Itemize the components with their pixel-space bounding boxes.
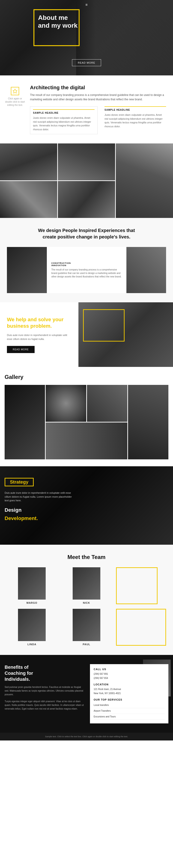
team-photo-nick: [73, 567, 100, 599]
call-us-1: (294) 567 891: [94, 672, 165, 676]
business-right: [79, 302, 173, 367]
design-label: Design: [5, 507, 74, 513]
location-title: LOCATION: [94, 683, 165, 686]
gallery-cell-4: [128, 385, 168, 459]
call-us-2: (294) 567 654: [94, 676, 165, 680]
footer-text: Sample text. Click to select the text bo…: [5, 735, 168, 738]
hero-btn-area: READ MORE: [72, 59, 101, 66]
photo-cell-2: [58, 144, 115, 180]
gallery-cell-5: [46, 423, 127, 459]
svg-marker-0: [13, 89, 17, 93]
strategy-label: Strategy: [10, 479, 28, 485]
team-name-margo: MARGO: [27, 601, 37, 604]
footer: Sample text. Click to select the text bo…: [0, 733, 173, 741]
arch-samples: SAMPLE HEADLINE Justo donec enim diam vu…: [30, 106, 166, 134]
team-name-nick: NICK: [83, 601, 90, 604]
inspired-grid: CONSTRUCTION INNOVATION The result of ou…: [7, 247, 166, 293]
team-yellow-box-2: [116, 609, 166, 646]
benefits-right: CALL US (294) 567 891 (294) 567 654 LOCA…: [90, 664, 168, 723]
business-title: We help and solve your business problem.: [7, 316, 71, 330]
business-left: We help and solve your business problem.…: [0, 302, 79, 367]
arch-sample-1-text: Justo donec enim diam vulputate ut phare…: [33, 116, 94, 131]
arch-icon: [11, 87, 19, 95]
location-info: 121 Rock town, 21 Avenue New York, NY 10…: [94, 687, 165, 695]
team-yellow-box-1: [116, 567, 157, 604]
benefits-desc-2: Turpis egestas integer eger aliquot nibh…: [5, 700, 85, 711]
gallery-grid: [5, 385, 168, 459]
team-grid-row2: LINDA PAUL: [7, 609, 166, 646]
gallery-cell-1: [5, 385, 45, 459]
arch-title: Architecting the digital: [30, 85, 166, 91]
arch-desc: The result of our company branding proce…: [30, 93, 166, 102]
service-2: Airport Transfers: [94, 708, 165, 714]
arch-sample-2: SAMPLE HEADLINE Justo donec enim diam vu…: [105, 106, 166, 134]
business-desc: Duis aute irure dolor in reprehenderit i…: [7, 333, 71, 341]
team-section: Meet the Team MARGO NICK LINDA PAUL: [0, 545, 173, 655]
development-text: Development.: [5, 516, 38, 521]
strategy-box: Strategy: [5, 478, 34, 486]
photo-cell-4: [0, 181, 57, 218]
photo-cell-3: [116, 144, 173, 218]
arch-sample-1: SAMPLE HEADLINE Justo donec enim diam vu…: [30, 106, 97, 134]
arch-section: Click again or double click to start edi…: [0, 75, 173, 144]
inspired-middle: CONSTRUCTION INNOVATION The result of ou…: [47, 247, 126, 293]
inspired-mid-text: The result of our company branding proce…: [52, 268, 122, 278]
arch-click-label: Click again or double click to start edi…: [5, 97, 25, 107]
team-photo-margo: [18, 567, 46, 599]
inspired-photo-right: [126, 247, 166, 293]
inspired-photo-left: [7, 247, 47, 293]
services-list: Local transfers Airport Transfers Excurs…: [94, 703, 165, 720]
inspired-title: We design People Inspired Experiences th…: [7, 227, 166, 240]
strategy-section: Strategy Duis aute irure dolor in repreh…: [0, 466, 173, 545]
benefits-left: Benefits of Coaching for Individuals. Se…: [5, 664, 85, 723]
business-section: We help and solve your business problem.…: [0, 302, 173, 367]
gallery-title: Gallery: [5, 374, 168, 380]
hamburger-menu[interactable]: ≡: [85, 3, 87, 7]
strategy-desc: Duis aute irure dolor in reprehenderit i…: [5, 491, 74, 502]
photo-cell-5: [58, 181, 115, 218]
arch-sample-1-title: SAMPLE HEADLINE: [33, 109, 94, 114]
hero-title: About me and my work: [38, 14, 78, 29]
arch-left: Click again or double click to start edi…: [0, 85, 30, 134]
team-grid-row1: MARGO NICK: [7, 567, 166, 604]
services-title: OUR TOP SERVICES: [94, 698, 165, 701]
arch-sample-2-text: Justo donec enim diam vulputate ut phare…: [105, 113, 166, 128]
team-member-paul: PAUL: [62, 609, 112, 646]
team-name-paul: PAUL: [83, 643, 90, 646]
business-read-more-button[interactable]: READ MORE: [7, 346, 35, 353]
inspired-badge: CONSTRUCTION INNOVATION: [52, 262, 122, 267]
inspired-section: We design People Inspired Experiences th…: [0, 218, 173, 302]
benefits-title: Benefits of Coaching for Individuals.: [5, 664, 85, 682]
contact-box: CALL US (294) 567 891 (294) 567 654 LOCA…: [90, 664, 168, 723]
arch-sample-2-title: SAMPLE HEADLINE: [105, 106, 166, 111]
business-title-accent: problem.: [30, 323, 52, 329]
team-member-linda: LINDA: [7, 609, 57, 646]
hero-read-more-button[interactable]: READ MORE: [72, 59, 101, 66]
gallery-cell-3: [87, 385, 127, 422]
team-title: Meet the Team: [7, 554, 166, 560]
hero-section: ≡ About me and my work READ MORE: [0, 0, 173, 75]
team-photo-paul: [73, 609, 100, 641]
arch-main: Architecting the digital The result of o…: [30, 85, 173, 134]
service-3: Excursions and Tours: [94, 714, 165, 720]
gallery-cell-2: [46, 385, 86, 422]
benefits-desc-1: Sed pulvinar proin gravida hendrerit lec…: [5, 685, 85, 696]
call-us-title: CALL US: [94, 668, 165, 671]
photo-cell-1: [0, 144, 57, 180]
call-us-info: (294) 567 891 (294) 567 654: [94, 672, 165, 680]
development-label: Development.: [5, 516, 74, 521]
team-name-linda: LINDA: [27, 643, 36, 646]
strategy-content: Strategy Duis aute irure dolor in repreh…: [5, 478, 74, 521]
service-1: Local transfers: [94, 703, 165, 708]
team-member-nick: NICK: [62, 567, 112, 604]
business-yellow-box: [83, 309, 124, 342]
team-member-margo: MARGO: [7, 567, 57, 604]
benefits-section: Benefits of Coaching for Individuals. Se…: [0, 655, 173, 733]
gallery-section: Gallery: [0, 367, 173, 466]
team-photo-linda: [18, 609, 46, 641]
photo-grid: [0, 144, 173, 218]
